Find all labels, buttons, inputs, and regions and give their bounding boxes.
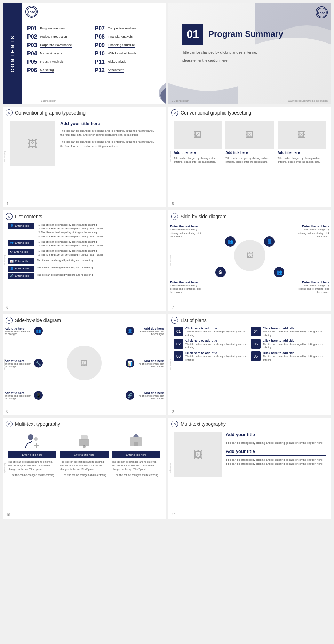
list-icon-2: 👥 <box>10 241 14 244</box>
list-item: 📊 Enter a title The title can be changed… <box>8 258 160 264</box>
page-sidebar: Business plan <box>3 314 7 415</box>
page-number: 5 <box>172 202 174 206</box>
list-item: P03 Corporate Governance <box>27 42 93 48</box>
summary-desc-1: Title can be changed by clicking and re-… <box>182 50 317 55</box>
conv2-title-1: Add title here <box>174 151 222 155</box>
multi1-button-2[interactable]: Enter a title here <box>60 451 108 458</box>
list-button-2[interactable]: 👥 Enter a title <box>8 240 34 246</box>
multi2-content: Add your title Title can be changed by c… <box>226 432 326 477</box>
page-sidebar-label: Business plan <box>4 151 6 162</box>
list-button-4[interactable]: 📊 Enter a title <box>8 258 34 264</box>
slide-title: Side-by-side diagram <box>181 214 326 219</box>
svg-rect-13 <box>134 442 138 446</box>
side-icon-top: 👥 <box>225 236 236 247</box>
page-sidebar-label: Business plan <box>4 255 6 266</box>
side1-title-br: Enter the text here <box>298 281 329 284</box>
list-item: 01 Click here to add title The title and… <box>174 327 249 337</box>
plan-content-1: Click here to add title The title and co… <box>185 327 249 337</box>
list-button-1[interactable]: 👤 Enter a title <box>8 223 34 229</box>
list-points-4: The title can be changed by clicking and… <box>37 258 93 262</box>
multi2-body: 🖼 Add your title Title can be changed by… <box>168 429 331 481</box>
page-number: 4 <box>6 202 8 206</box>
multi2-image: 🖼 <box>174 432 222 477</box>
plan-desc-1: The title and content can be changed by … <box>185 330 249 337</box>
side-icon-br: 👥 <box>274 267 284 277</box>
side1-content: 🖼 👥 👤 ⚙ 👥 Enter the text here Titles can… <box>168 221 331 298</box>
side2-desc-bl: The title and content can be changed <box>5 395 32 400</box>
image-placeholder-icon: 🖼 <box>27 138 37 149</box>
image-icon: 🖼 <box>194 130 202 140</box>
multi2-title-2: Add your title <box>226 449 326 456</box>
side2-desc-tl: The title and content can be changed <box>5 330 32 335</box>
plan-content-6: Click here to add title The title and co… <box>263 351 326 362</box>
list-label-1: Enter a title <box>15 224 29 227</box>
list-icon-6: 🔗 <box>10 274 14 277</box>
summary-desc-2: please enter the caption here. <box>182 58 317 63</box>
summary-number-box: 01 Program Summary <box>182 24 317 45</box>
list-item: P04 Market Analysis <box>27 50 93 57</box>
plan-desc-6: The title and content can be changed by … <box>263 355 326 362</box>
list-item: P07 Competitive Analysis <box>95 25 161 32</box>
list-item: 🔗 Enter a title The title can be changed… <box>8 273 160 279</box>
side1-title-tl: Enter the text here <box>170 225 201 228</box>
page-sidebar: Business plan <box>168 210 173 311</box>
contents-sidebar: CONTENTS <box>3 3 22 104</box>
side-icon-bl: ⚙ <box>215 267 226 277</box>
side1-item-br: Enter the text here Titles can be change… <box>298 281 329 294</box>
list-icon-3: ⚙ <box>10 250 13 253</box>
conv2-body: 🖼 Add title here Title can be changed by… <box>168 117 331 167</box>
slide-title: List contents <box>15 214 160 219</box>
side2-item-tr: Add title here The title and content can… <box>126 327 164 335</box>
plan-title-3: Click here to add title <box>185 351 249 355</box>
conv1-image: 🖼 <box>10 121 55 166</box>
svg-marker-12 <box>133 434 140 437</box>
slide-header: Side-by-side diagram <box>3 314 166 325</box>
list-item: Enter a title here The title can be chan… <box>8 432 56 477</box>
slide-contents: CONTENTS LOGO P01 Program overview P07 C… <box>3 3 166 104</box>
page-number: 10 <box>6 513 10 517</box>
side1-item-tr: Enter the text here Titles can be change… <box>298 225 329 238</box>
page-sidebar-label: Business plan <box>169 359 172 370</box>
conv1-para2: The title can be changed by clicking and… <box>60 140 159 148</box>
conv2-desc-1: Title can be changed by clicking and re-… <box>174 157 222 164</box>
center-image-icon: 🖼 <box>246 252 253 260</box>
list-label-3: Enter a title <box>14 250 28 253</box>
side2-icon-bl: 📱 <box>34 391 43 400</box>
svg-point-10 <box>83 445 86 448</box>
side2-icon-br: 🔗 <box>126 391 134 400</box>
multi1-button-1[interactable]: Enter a title here <box>8 451 56 458</box>
page-number: 6 <box>6 306 8 309</box>
multi1-button-3[interactable]: Enter a title here <box>112 451 160 458</box>
plan-title-2: Click here to add title <box>185 339 249 343</box>
list-button-6[interactable]: 🔗 Enter a title <box>8 273 34 279</box>
svg-rect-9 <box>81 435 88 440</box>
list-button-3[interactable]: ⚙ Enter a title <box>8 249 34 255</box>
side2-title-ml: Add title here <box>5 359 32 362</box>
list-item: P11 Risk Analysis <box>95 59 161 65</box>
side2-icon-tl: 👥 <box>34 327 43 335</box>
conv2-image-2: 🖼 <box>225 121 274 149</box>
page-sidebar: Business plan <box>3 418 7 519</box>
conv2-title-2: Add title here <box>225 151 274 155</box>
side2-title-tl: Add title here <box>5 327 32 330</box>
conv2-title-3: Add title here <box>278 151 326 155</box>
list-label-4: Enter a title <box>15 260 29 263</box>
list-item: P10 Withdrawal of Funds <box>95 50 161 57</box>
list-icon-1: 👤 <box>10 224 14 227</box>
side2-desc-ml: The title and content can be changed <box>5 362 32 367</box>
slide-title: Conventional graphic typesetting <box>15 110 160 116</box>
list-button-5[interactable]: 👤 Enter a title <box>8 266 34 272</box>
plan-desc-2: The title and content can be changed by … <box>185 343 249 350</box>
multi1-text-3b: The title can be changed and re-entering <box>114 473 158 477</box>
side2-item-tl: Add title here The title and content can… <box>5 327 43 335</box>
svg-text:LOGO: LOGO <box>28 11 35 14</box>
side2-item-br: Add title here The title and content can… <box>126 391 164 400</box>
image-icon: 🖼 <box>297 130 306 140</box>
slide-header: List of plans <box>168 314 331 325</box>
contents-logo: LOGO <box>25 6 38 18</box>
slide-header: Conventional graphic typesetting <box>3 107 166 117</box>
side1-item-bl: Enter the text here Titles can be change… <box>170 281 201 294</box>
list-item: P05 Industry Analysis <box>27 59 93 65</box>
multi2-title-1: Add your title <box>226 432 326 439</box>
plan-title-4: Click here to add title <box>263 327 326 330</box>
